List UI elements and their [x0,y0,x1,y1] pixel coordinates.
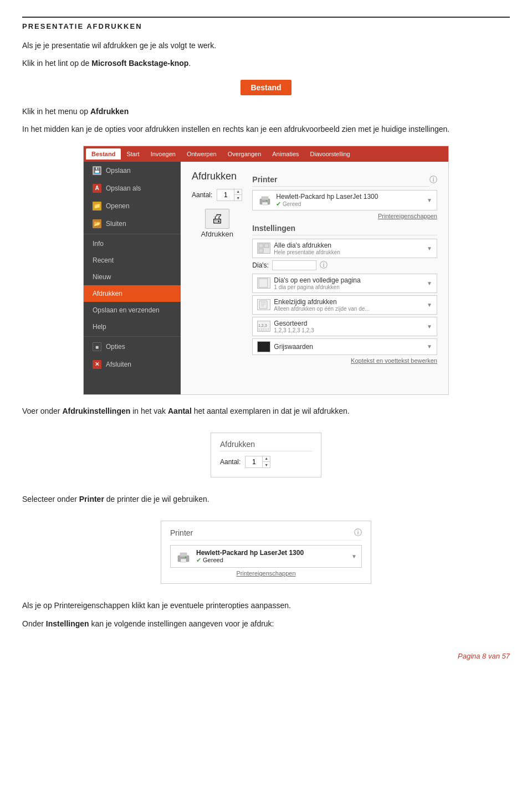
dias-label: Dia's: [252,261,269,269]
svg-rect-8 [259,301,267,309]
printer-props-link[interactable]: Printereigenschappen [252,213,437,219]
sidebar-item-recent[interactable]: Recent [84,252,181,269]
sorted-text: Gesorteerd 1,2,3 1,2,3 1,2,3 [274,320,423,333]
single-side-sub: Alleen afdrukken op één zijde van de... [274,306,423,312]
small-count-input[interactable]: ▲ ▼ [245,456,270,468]
single-side-text: Enkelzijdig afdrukken Alleen afdrukken o… [274,298,423,312]
sidebar-label-nieuw: Nieuw [93,273,111,281]
grayscale-arrow: ▼ [427,343,432,350]
afdrukken-btn-label: Afdrukken [201,230,233,238]
sorted-arrow: ▼ [427,323,432,330]
intro-para-2: Klik in het lint op de Microsoft Backsta… [22,57,510,69]
small-spinners: ▲ ▼ [262,455,270,468]
sidebar-label-opslaan: Opslaan [106,167,131,174]
full-page-text: Dia's op een volledige pagina 1 dia per … [274,276,423,290]
ribbon-tab-animaties[interactable]: Animaties [267,148,304,160]
grayscale-title: Grijswaarden [274,343,423,351]
svg-text:1,2,3: 1,2,3 [258,323,267,327]
ribbon-tab-bestand[interactable]: Bestand [86,148,121,160]
footer-link[interactable]: Koptekst en voettekst bewerken [252,357,437,364]
intro-para-1: Als je je presentatie wil afdrukken ge j… [22,39,510,52]
sidebar-item-opties[interactable]: ■ Opties [84,338,181,356]
menu-para: Klik in het menu op Afdrukken [22,105,510,117]
printer-widget-props-link[interactable]: Printereigenschappen [170,570,362,577]
all-slides-sub: Hele presentatie afdrukken [274,249,423,255]
para-aantal: Voer onder Afdrukinstellingen in het vak… [22,405,510,417]
sidebar-item-help[interactable]: Help [84,318,181,335]
aantal-input[interactable] [217,191,234,199]
printer-dropdown-arrow: ▼ [427,197,432,203]
sidebar-item-nieuw[interactable]: Nieuw [84,269,181,285]
small-widget-row: Aantal: ▲ ▼ [220,456,312,468]
saveas-icon: A [93,184,101,193]
spin-up[interactable]: ▲ [234,188,242,195]
sidebar-item-sluiten[interactable]: 📂 Sluiten [84,215,181,233]
small-spin-down[interactable]: ▼ [263,462,270,468]
aantal-input-group[interactable]: ▲ ▼ [217,189,242,201]
svg-rect-6 [259,249,263,253]
sidebar-label-opties: Opties [106,343,125,351]
sidebar-item-opslaan-als[interactable]: A Opslaan als [84,179,181,197]
full-page-arrow: ▼ [427,280,432,286]
sidebar-item-afsluiten[interactable]: ✕ Afsluiten [84,356,181,373]
printer-widget-title: Printer ⓘ [170,528,362,541]
svg-point-3 [266,200,267,201]
intro2-bold: Microsoft Backstage-knop [91,59,188,68]
sidebar-item-opslaan[interactable]: 💾 Opslaan [84,162,181,179]
sidebar-label-recent: Recent [93,256,114,264]
ribbon-tab-diavoorstelling[interactable]: Diavoorstelling [305,148,356,160]
page-number: Pagina 8 van 57 [22,652,510,660]
svg-rect-1 [262,197,268,200]
printer-widget-info-icon[interactable]: ⓘ [354,528,362,538]
sidebar-item-afdrukken[interactable]: Afdrukken [84,285,181,302]
ribbon-tab-invoegen[interactable]: Invoegen [145,148,181,160]
open-icon: 📁 [93,202,101,210]
print-button-area[interactable]: 🖨 Afdrukken [192,209,242,238]
printer-icon-big: 🖨 [205,209,229,229]
printer-widget-dropdown[interactable]: Hewlett-Packard hp LaserJet 1300 ✔ Geree… [170,545,362,568]
ribbon-tab-overgangen[interactable]: Overgangen [222,148,267,160]
setting-grayscale[interactable]: Grijswaarden ▼ [252,338,437,355]
print-content-panel: Afdrukken Aantal: ▲ ▼ 🖨 Afd [181,162,448,394]
ribbon-tab-ontwerpen[interactable]: Ontwerpen [181,148,222,160]
all-slides-icon [257,243,270,254]
printer-para: Selecteer onder Printer de printer die j… [22,493,510,505]
single-side-title: Enkelzijdig afdrukken [274,298,423,306]
svg-rect-4 [259,244,263,248]
small-aantal-value[interactable] [245,458,262,466]
svg-rect-2 [262,202,268,205]
printer-widget-info: Hewlett-Packard hp LaserJet 1300 ✔ Geree… [196,549,347,564]
bestand-button[interactable]: Bestand [241,80,291,95]
svg-rect-16 [181,559,186,562]
sidebar-item-info[interactable]: Info [84,235,181,252]
setting-sorted[interactable]: 1,2,3 1,2,3 1,2,3 Gesorteerd 1,2,3 1,2,3… [252,317,437,336]
dias-info-icon[interactable]: ⓘ [320,260,328,270]
dias-row: Dia's: ⓘ [252,260,437,270]
ribbon: Bestand Start Invoegen Ontwerpen Overgan… [84,146,448,162]
setting-all-slides[interactable]: Alle dia's afdrukken Hele presentatie af… [252,239,437,258]
sidebar-item-openen[interactable]: 📁 Openen [84,197,181,215]
printer-widget-icon [175,549,192,564]
save-icon: 💾 [93,166,101,175]
close-icon: 📂 [93,219,101,228]
spin-down[interactable]: ▼ [234,195,242,201]
printer-widget-name: Hewlett-Packard hp LaserJet 1300 [196,549,347,557]
options-icon: ■ [93,342,101,351]
all-slides-arrow: ▼ [427,245,432,251]
setting-full-page[interactable]: Dia's op een volledige pagina 1 dia per … [252,274,437,293]
sorted-icon: 1,2,3 1,2,3 1,2,3 [257,321,270,332]
sidebar-divider-2 [84,336,181,337]
info-icon[interactable]: ⓘ [429,175,437,185]
single-side-arrow: ▼ [427,302,432,308]
all-slides-title: Alle dia's afdrukken [274,241,423,249]
exit-icon: ✕ [93,360,101,369]
dias-input[interactable] [272,260,316,270]
setting-single-side[interactable]: Enkelzijdig afdrukken Alleen afdrukken o… [252,295,437,315]
sidebar-label-opslaan-verzenden: Opslaan en verzenden [93,306,160,314]
sidebar-item-opslaan-verzenden[interactable]: Opslaan en verzenden [84,302,181,318]
grayscale-icon [257,341,270,352]
small-spin-up[interactable]: ▲ [263,455,270,462]
printer-dropdown[interactable]: Hewlett-Packard hp LaserJet 1300 ✔ Geree… [252,190,437,210]
ribbon-tab-start[interactable]: Start [121,148,145,160]
green-check-icon: ✔ [196,557,201,563]
